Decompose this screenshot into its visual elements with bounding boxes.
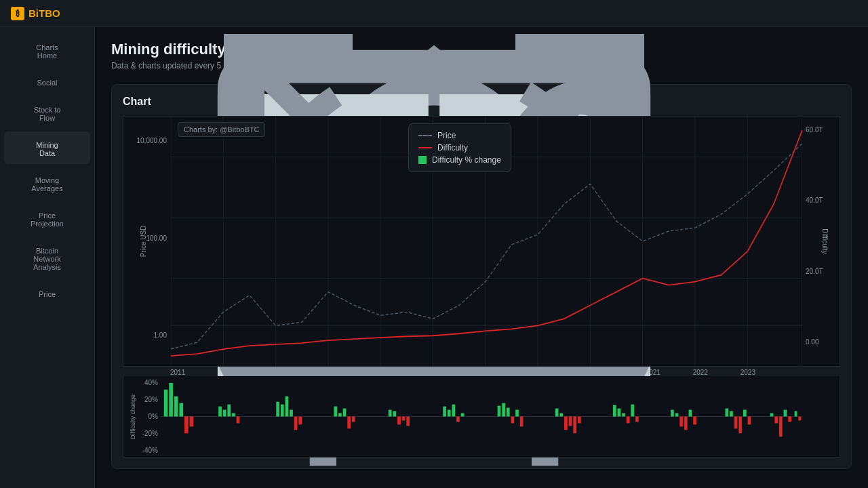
svg-rect-70 <box>564 417 568 430</box>
svg-rect-45 <box>294 417 298 430</box>
svg-rect-64 <box>507 408 510 417</box>
svg-rect-95 <box>784 410 787 417</box>
legend-price-label: Price <box>437 131 456 140</box>
svg-rect-31 <box>169 383 173 417</box>
svg-rect-88 <box>734 417 738 429</box>
svg-rect-80 <box>671 410 674 417</box>
svg-rect-53 <box>393 411 396 417</box>
svg-rect-84 <box>689 410 692 417</box>
svg-rect-49 <box>343 409 347 417</box>
svg-rect-65 <box>511 417 515 424</box>
y-left-val-3: 1.00 <box>126 331 167 339</box>
svg-rect-73 <box>578 417 581 424</box>
svg-rect-47 <box>334 407 337 417</box>
diff-y-40: 40% <box>126 379 158 386</box>
legend-diff-change-label: Difficulty % change <box>432 155 501 165</box>
svg-rect-40 <box>237 417 240 424</box>
legend-difficulty: Difficulty <box>418 143 501 152</box>
svg-rect-41 <box>276 402 279 417</box>
svg-rect-48 <box>338 413 342 417</box>
svg-rect-66 <box>515 410 519 417</box>
svg-rect-44 <box>290 410 293 417</box>
svg-rect-50 <box>347 417 351 429</box>
legend-box: Price Difficulty Difficulty % change <box>408 123 511 172</box>
svg-rect-32 <box>174 396 178 417</box>
y-right-title: Difficulty <box>822 228 829 254</box>
svg-rect-62 <box>498 406 501 417</box>
legend-difficulty-change: Difficulty % change <box>418 155 501 165</box>
svg-rect-55 <box>402 417 406 421</box>
svg-rect-98 <box>798 417 801 421</box>
svg-rect-93 <box>774 417 778 424</box>
legend-difficulty-line <box>418 147 432 148</box>
svg-rect-38 <box>227 405 231 417</box>
y-right-val-3: 20.0T <box>806 268 837 275</box>
svg-rect-82 <box>679 417 683 427</box>
legend-difficulty-label: Difficulty <box>437 143 468 152</box>
svg-rect-67 <box>520 417 524 427</box>
svg-rect-43 <box>285 396 289 417</box>
svg-rect-33 <box>179 403 183 417</box>
svg-rect-71 <box>569 417 572 426</box>
svg-rect-75 <box>618 409 621 417</box>
svg-rect-30 <box>164 390 168 417</box>
svg-rect-97 <box>795 411 797 417</box>
svg-rect-35 <box>190 417 194 427</box>
legend-diff-change-square <box>418 156 427 164</box>
svg-rect-39 <box>232 413 235 417</box>
svg-rect-81 <box>675 413 679 417</box>
svg-rect-76 <box>622 413 625 417</box>
svg-rect-85 <box>693 417 696 425</box>
content-area: Mining difficulty Data & charts updated … <box>95 27 868 488</box>
diff-y-minus40: -40% <box>126 447 158 454</box>
svg-rect-78 <box>631 405 634 417</box>
svg-rect-68 <box>555 409 559 417</box>
svg-rect-72 <box>573 417 576 434</box>
svg-rect-77 <box>627 417 630 424</box>
y-right-val-2: 40.0T <box>806 197 837 204</box>
svg-rect-94 <box>779 417 783 437</box>
main-layout: ChartsHome Social Stock toFlow <box>0 27 868 488</box>
svg-rect-61 <box>461 413 465 417</box>
svg-rect-74 <box>613 405 616 417</box>
svg-rect-60 <box>456 417 460 422</box>
y-right-val-4: 0.00 <box>806 338 837 346</box>
svg-rect-87 <box>730 411 733 417</box>
legend-price: Price <box>418 131 501 140</box>
svg-rect-91 <box>748 417 751 425</box>
y-left-title: Price USD <box>140 226 147 258</box>
svg-rect-57 <box>443 407 446 417</box>
svg-rect-52 <box>389 410 392 417</box>
svg-rect-51 <box>352 417 355 422</box>
svg-rect-96 <box>788 417 791 422</box>
svg-rect-54 <box>397 417 401 425</box>
svg-rect-83 <box>684 417 688 430</box>
svg-rect-90 <box>743 410 747 417</box>
chart-card: Chart <box>111 84 852 469</box>
svg-rect-37 <box>223 410 226 417</box>
diff-y-label: Difficulty change <box>130 393 136 441</box>
svg-rect-36 <box>218 407 222 417</box>
charts-by-label: Charts by: @BitboBTC <box>178 122 265 137</box>
legend-price-line <box>418 135 432 136</box>
svg-rect-34 <box>184 417 189 434</box>
chart-header: Chart <box>123 96 840 108</box>
svg-rect-69 <box>559 413 563 417</box>
svg-rect-59 <box>452 405 455 417</box>
svg-rect-56 <box>406 417 410 426</box>
y-right-val-1: 60.0T <box>806 126 837 134</box>
svg-rect-42 <box>281 405 284 417</box>
svg-rect-86 <box>725 409 728 417</box>
main-chart: 10,000.00 100.00 1.00 Price USD 60.0T 40… <box>123 116 840 367</box>
y-left-val-1: 10,000.00 <box>126 137 167 144</box>
svg-rect-58 <box>448 410 451 417</box>
diff-chart: 40% 20% 0% -20% -40% Difficulty change <box>123 376 840 458</box>
svg-rect-89 <box>738 417 742 434</box>
svg-rect-63 <box>502 403 505 417</box>
svg-rect-46 <box>298 417 302 425</box>
svg-rect-92 <box>770 413 774 417</box>
fullscreen-button[interactable] <box>835 99 840 104</box>
svg-rect-79 <box>635 417 639 422</box>
